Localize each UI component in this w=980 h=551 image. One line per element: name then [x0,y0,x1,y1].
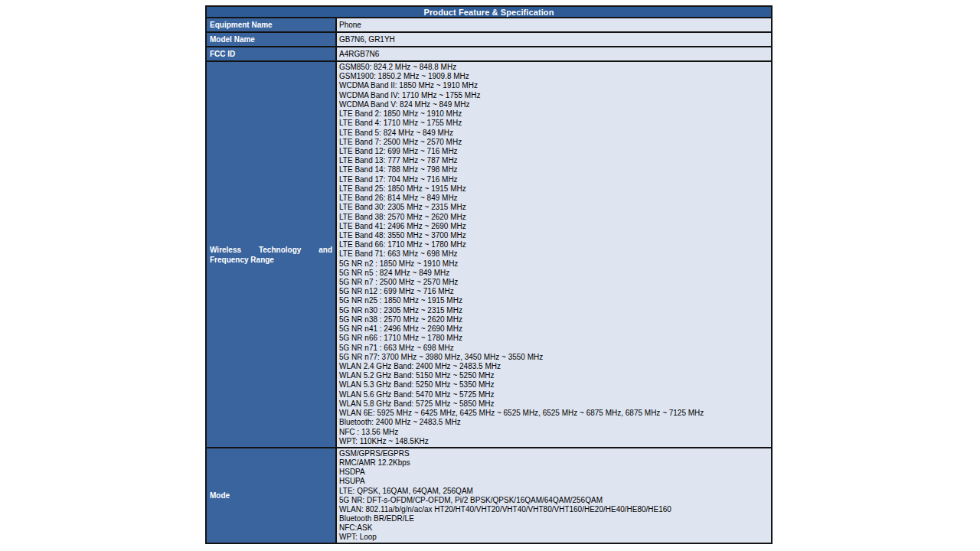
fcc-id-value: A4RGB7N6 [337,47,771,60]
frequency-range-line: WLAN 5.8 GHz Band: 5725 MHz ~ 5850 MHz [339,399,771,409]
frequency-range-line: 5G NR n12 : 699 MHz ~ 716 MHz [339,287,771,296]
frequency-range-line: 5G NR n5 : 824 MHz ~ 849 MHz [339,269,771,278]
mode-line: WLAN: 802.11a/b/g/n/ac/ax HT20/HT40/VHT2… [339,505,771,514]
mode-line: 5G NR: DFT-s-OFDM/CP-OFDM, Pi/2 BPSK/QPS… [339,496,771,505]
mode-line: Bluetooth BR/EDR/LE [339,514,771,523]
fcc-id-label-cell: FCC ID [207,47,337,60]
frequency-range-line: LTE Band 14: 788 MHz ~ 798 MHz [339,165,771,174]
wireless-frequency-list: GSM850: 824.2 MHz ~ 848.8 MHzGSM1900: 18… [337,62,771,447]
frequency-range-line: LTE Band 66: 1710 MHz ~ 1780 MHz [339,240,771,249]
frequency-range-line: LTE Band 41: 2496 MHz ~ 2690 MHz [339,222,771,231]
equipment-name-label: Equipment Name [210,20,332,30]
frequency-range-line: WLAN 2.4 GHz Band: 2400 MHz ~ 2483.5 MHz [339,362,771,371]
frequency-range-line: LTE Band 25: 1850 MHz ~ 1915 MHz [339,184,771,194]
frequency-range-line: 5G NR n7 : 2500 MHz ~ 2570 MHz [339,278,771,287]
frequency-range-line: 5G NR n71 : 663 MHz ~ 698 MHz [339,344,771,353]
mode-label-cell: Mode [207,448,337,543]
mode-line: LTE: QPSK, 16QAM, 64QAM, 256QAM [339,487,771,496]
frequency-range-line: LTE Band 7: 2500 MHz ~ 2570 MHz [339,138,771,147]
mode-line: HSDPA [339,468,771,477]
table-row-fcc-id: FCC ID A4RGB7N6 [207,47,771,62]
equipment-name-label-cell: Equipment Name [207,18,337,31]
frequency-range-line: LTE Band 71: 663 MHz ~ 698 MHz [339,249,771,259]
frequency-range-line: WLAN 6E: 5925 MHz ~ 6425 MHz, 6425 MHz ~… [339,409,771,418]
frequency-range-line: 5G NR n30 : 2305 MHz ~ 2315 MHz [339,306,771,315]
mode-line: NFC:ASK [339,523,771,533]
frequency-range-line: 5G NR n77: 3700 MHz ~ 3980 MHz, 3450 MHz… [339,353,771,362]
table-row-model-name: Model Name GB7N6, GR1YH [207,33,771,47]
mode-line: HSUPA [339,477,771,486]
model-name-value: GB7N6, GR1YH [337,33,771,46]
frequency-range-line: WPT: 110KHz ~ 148.5KHz [339,437,771,446]
frequency-range-line: 5G NR n66 : 1710 MHz ~ 1780 MHz [339,334,771,343]
frequency-range-line: LTE Band 48: 3550 MHz ~ 3700 MHz [339,231,771,240]
frequency-range-line: NFC : 13.56 MHz [339,428,771,437]
table-row-equipment-name: Equipment Name Phone [207,18,771,33]
frequency-range-line: LTE Band 4: 1710 MHz ~ 1755 MHz [339,119,771,128]
mode-line: RMC/AMR 12.2Kbps [339,458,771,468]
frequency-range-line: LTE Band 5: 824 MHz ~ 849 MHz [339,129,771,138]
frequency-range-line: LTE Band 30: 2305 MHz ~ 2315 MHz [339,203,771,212]
frequency-range-line: WLAN 5.2 GHz Band: 5150 MHz ~ 5250 MHz [339,371,771,380]
frequency-range-line: 5G NR n41 : 2496 MHz ~ 2690 MHz [339,324,771,334]
frequency-range-line: LTE Band 17: 704 MHz ~ 716 MHz [339,175,771,184]
frequency-range-line: WCDMA Band II: 1850 MHz ~ 1910 MHz [339,81,771,90]
frequency-range-line: LTE Band 13: 777 MHz ~ 787 MHz [339,156,771,165]
frequency-range-line: 5G NR n2 : 1850 MHz ~ 1910 MHz [339,259,771,269]
frequency-range-line: LTE Band 2: 1850 MHz ~ 1910 MHz [339,109,771,119]
mode-line: WPT: Loop [339,533,771,542]
frequency-range-line: 5G NR n25 : 1850 MHz ~ 1915 MHz [339,296,771,305]
table-title: Product Feature & Specification [207,7,771,18]
model-name-label: Model Name [210,34,332,44]
frequency-range-line: WLAN 5.3 GHz Band: 5250 MHz ~ 5350 MHz [339,380,771,390]
frequency-range-line: GSM850: 824.2 MHz ~ 848.8 MHz [339,63,771,72]
frequency-range-line: WCDMA Band IV: 1710 MHz ~ 1755 MHz [339,91,771,100]
frequency-range-line: Bluetooth: 2400 MHz ~ 2483.5 MHz [339,418,771,427]
fcc-id-label: FCC ID [210,49,332,59]
equipment-name-value: Phone [337,18,771,31]
wireless-technology-label-cell: Wireless Technology and Frequency Range [207,62,337,447]
mode-label: Mode [210,491,332,500]
table-row-wireless-technology: Wireless Technology and Frequency Range … [207,62,771,448]
frequency-range-line: LTE Band 38: 2570 MHz ~ 2620 MHz [339,213,771,222]
frequency-range-line: 5G NR n38 : 2570 MHz ~ 2620 MHz [339,315,771,324]
table-row-mode: Mode GSM/GPRS/EGPRSRMC/AMR 12.2KbpsHSDPA… [207,448,771,543]
frequency-range-line: LTE Band 26: 814 MHz ~ 849 MHz [339,194,771,203]
frequency-range-line: GSM1900: 1850.2 MHz ~ 1909.8 MHz [339,72,771,81]
product-spec-table: Product Feature & Specification Equipmen… [205,5,773,544]
frequency-range-line: WCDMA Band V: 824 MHz ~ 849 MHz [339,100,771,109]
model-name-label-cell: Model Name [207,33,337,46]
mode-list: GSM/GPRS/EGPRSRMC/AMR 12.2KbpsHSDPAHSUPA… [337,448,771,543]
frequency-range-line: LTE Band 12: 699 MHz ~ 716 MHz [339,147,771,156]
frequency-range-line: WLAN 5.6 GHz Band: 5470 MHz ~ 5725 MHz [339,390,771,399]
mode-line: GSM/GPRS/EGPRS [339,449,771,458]
wireless-technology-label: Wireless Technology and Frequency Range [210,245,332,265]
